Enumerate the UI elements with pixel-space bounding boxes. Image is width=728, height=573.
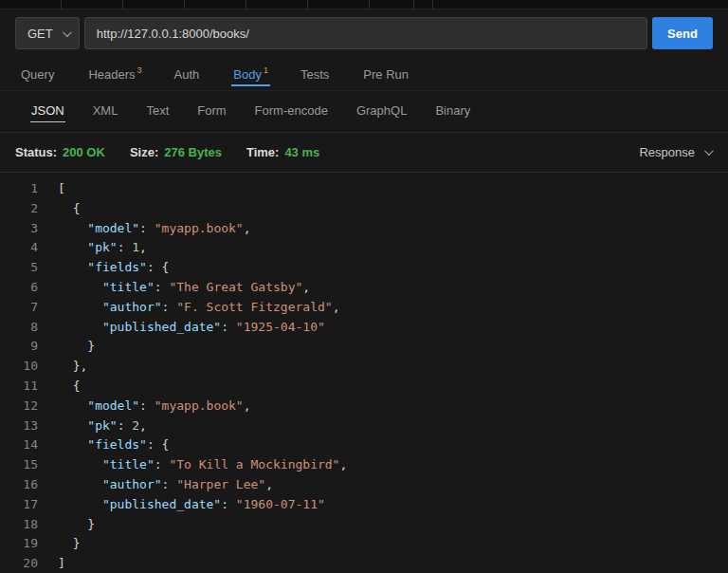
line-number: 14 <box>0 435 38 455</box>
line-number: 16 <box>0 475 38 495</box>
body-tab-xml[interactable]: XML <box>92 102 119 121</box>
code-line: 3 "model": "myapp.book", <box>0 219 728 239</box>
line-number: 15 <box>0 455 38 475</box>
code-text: { <box>38 199 80 219</box>
line-number: 19 <box>0 534 38 554</box>
code-text: } <box>38 337 95 357</box>
line-number: 4 <box>0 238 38 258</box>
request-bar: GET Send <box>0 9 728 57</box>
body-tab-text[interactable]: Text <box>145 102 170 121</box>
response-body-viewer[interactable]: 1[2 {3 "model": "myapp.book",4 "pk": 1,5… <box>0 173 728 573</box>
tab-pre-run[interactable]: Pre Run <box>361 58 412 88</box>
tab-label: Headers <box>88 68 135 83</box>
http-method-label: GET <box>27 27 53 41</box>
line-number: 20 <box>0 554 38 573</box>
tab-label: Tests <box>300 68 329 83</box>
code-line: 17 "published_date": "1960-07-11" <box>0 495 728 515</box>
code-line: 6 "title": "The Great Gatsby", <box>0 278 728 298</box>
editor-tab-stub <box>123 0 185 9</box>
tab-count: 1 <box>264 65 268 75</box>
tab-body[interactable]: Body1 <box>231 58 270 88</box>
body-format-tabs: JSON XML Text Form Form-encode GraphQL B… <box>0 91 728 133</box>
send-button[interactable]: Send <box>652 17 713 49</box>
code-line: 11 { <box>0 377 728 397</box>
code-text: "author": "Harper Lee", <box>38 475 273 495</box>
code-text: "pk": 1, <box>38 238 147 258</box>
line-number: 10 <box>0 357 38 377</box>
code-text: "published_date": "1925-04-10" <box>38 318 325 338</box>
editor-tab-strip-spacer <box>433 0 728 9</box>
code-text: { <box>38 377 80 397</box>
line-number: 2 <box>0 199 38 219</box>
editor-tab-stub <box>308 0 370 9</box>
response-view-select[interactable]: Response <box>639 145 711 159</box>
line-number: 5 <box>0 258 38 278</box>
code-text: "author": "F. Scott Fitzgerald", <box>38 298 339 318</box>
tab-label: Body <box>233 68 262 83</box>
line-number: 9 <box>0 337 38 357</box>
time-label: Time: <box>246 145 279 159</box>
line-number: 18 <box>0 515 38 535</box>
editor-tab-stub <box>185 0 246 9</box>
tab-query[interactable]: Query <box>19 58 58 88</box>
code-text: ] <box>38 554 65 573</box>
code-text: "fields": { <box>38 435 169 455</box>
body-tab-form[interactable]: Form <box>196 102 227 121</box>
editor-tab-stub <box>414 0 433 9</box>
code-line: 2 { <box>0 199 728 219</box>
code-line: 10 }, <box>0 357 728 377</box>
body-tab-graphql[interactable]: GraphQL <box>355 102 408 121</box>
line-number: 8 <box>0 318 38 338</box>
editor-tab-stub <box>370 0 414 9</box>
editor-tab-stub <box>0 0 62 9</box>
response-view-label: Response <box>639 145 695 159</box>
code-text: [ <box>38 179 65 199</box>
time-group: Time: 43 ms <box>246 145 319 159</box>
code-line: 18 } <box>0 515 728 535</box>
status-value: 200 OK <box>63 145 105 159</box>
code-text: "fields": { <box>38 258 169 278</box>
status-group: Status: 200 OK <box>15 145 105 159</box>
body-tab-binary[interactable]: Binary <box>434 102 471 121</box>
rest-client-window: GET Send Query Headers3 Auth Body1 Tests… <box>0 0 728 573</box>
code-text: "pk": 2, <box>38 416 147 436</box>
code-line: 13 "pk": 2, <box>0 416 728 436</box>
code-line: 16 "author": "Harper Lee", <box>0 475 728 495</box>
line-number: 11 <box>0 377 38 397</box>
code-text: "published_date": "1960-07-11" <box>38 495 325 515</box>
code-text: "model": "myapp.book", <box>38 397 251 416</box>
code-text: "title": "The Great Gatsby", <box>38 278 310 298</box>
line-number: 17 <box>0 495 38 515</box>
url-input[interactable] <box>84 17 647 49</box>
code-line: 5 "fields": { <box>0 258 728 278</box>
request-tabs: Query Headers3 Auth Body1 Tests Pre Run <box>0 57 728 91</box>
size-group: Size: 276 Bytes <box>130 145 222 159</box>
line-number: 3 <box>0 219 38 239</box>
editor-tab-stub <box>246 0 308 9</box>
time-value: 43 ms <box>284 145 319 159</box>
code-line: 20] <box>0 554 728 573</box>
code-text: }, <box>38 357 87 377</box>
code-line: 1[ <box>0 179 728 199</box>
code-text: "title": "To Kill a Mockingbird", <box>38 455 347 475</box>
tab-auth[interactable]: Auth <box>173 58 204 88</box>
tab-tests[interactable]: Tests <box>299 58 333 88</box>
size-value: 276 Bytes <box>164 145 222 159</box>
tab-count: 3 <box>137 65 142 75</box>
tab-headers[interactable]: Headers3 <box>86 58 143 88</box>
line-number: 6 <box>0 278 38 298</box>
code-line: 7 "author": "F. Scott Fitzgerald", <box>0 298 728 318</box>
code-line: 14 "fields": { <box>0 435 728 455</box>
code-line: 19 } <box>0 534 728 554</box>
body-tab-json[interactable]: JSON <box>30 102 65 122</box>
line-number: 7 <box>0 298 38 318</box>
code-text: "model": "myapp.book", <box>38 219 251 239</box>
code-line: 12 "model": "myapp.book", <box>0 397 728 416</box>
line-number: 12 <box>0 397 38 416</box>
body-tab-form-encode[interactable]: Form-encode <box>254 102 329 121</box>
active-tab-underline <box>231 84 270 86</box>
http-method-select[interactable]: GET <box>15 17 80 49</box>
response-status-bar: Status: 200 OK Size: 276 Bytes Time: 43 … <box>0 133 728 173</box>
editor-tab-stub <box>62 0 123 9</box>
code-line: 8 "published_date": "1925-04-10" <box>0 318 728 338</box>
